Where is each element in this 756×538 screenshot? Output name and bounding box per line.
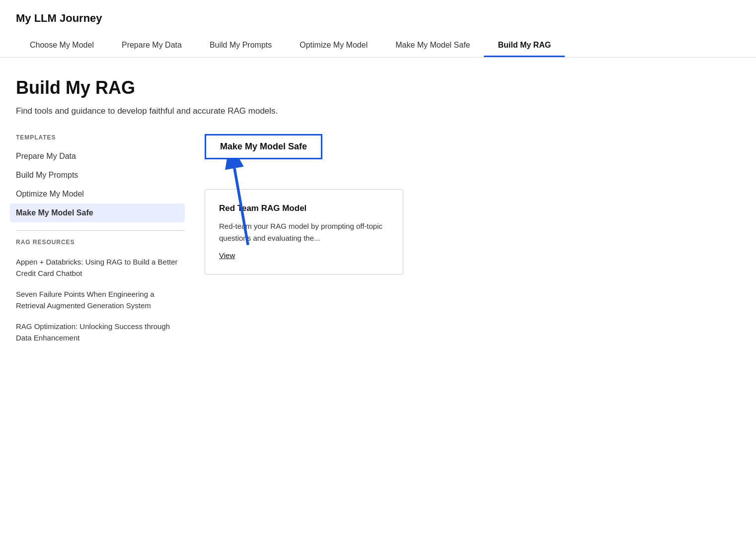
content-layout: TEMPLATES Prepare My DataBuild My Prompt… [16, 134, 740, 348]
card-view-link[interactable]: View [219, 251, 235, 260]
nav-tab-build-my-rag[interactable]: Build My RAG [484, 35, 565, 57]
card-description: Red-team your RAG model by prompting off… [219, 220, 389, 244]
site-title: My LLM Journey [16, 12, 740, 25]
main-content: Build My RAG Find tools and guidance to … [0, 58, 756, 368]
resource-item[interactable]: RAG Optimization: Unlocking Success thro… [16, 316, 185, 348]
nav-tabs: Choose My ModelPrepare My DataBuild My P… [16, 35, 740, 57]
nav-tab-make-my-model-safe[interactable]: Make My Model Safe [381, 35, 484, 57]
page-title: Build My RAG [16, 77, 740, 98]
nav-tab-choose-my-model[interactable]: Choose My Model [16, 35, 108, 57]
red-team-card: Red Team RAG Model Red-team your RAG mod… [205, 189, 403, 274]
sidebar: TEMPLATES Prepare My DataBuild My Prompt… [16, 134, 185, 348]
nav-tab-optimize-my-model[interactable]: Optimize My Model [286, 35, 381, 57]
make-model-safe-button[interactable]: Make My Model Safe [205, 134, 322, 159]
header: My LLM Journey Choose My ModelPrepare My… [0, 0, 756, 58]
page-description: Find tools and guidance to develop faith… [16, 106, 740, 116]
template-items: Prepare My DataBuild My PromptsOptimize … [16, 147, 185, 222]
sidebar-item-prepare-my-data[interactable]: Prepare My Data [16, 147, 185, 166]
sidebar-item-optimize-my-model[interactable]: Optimize My Model [16, 185, 185, 203]
nav-tab-build-my-prompts[interactable]: Build My Prompts [196, 35, 286, 57]
sidebar-item-build-my-prompts[interactable]: Build My Prompts [16, 166, 185, 185]
rag-resources-section-label: RAG RESOURCES [16, 239, 185, 246]
nav-tab-prepare-my-data[interactable]: Prepare My Data [108, 35, 196, 57]
card-title: Red Team RAG Model [219, 203, 389, 213]
templates-section-label: TEMPLATES [16, 134, 185, 141]
resource-item[interactable]: Seven Failure Points When Engineering a … [16, 284, 185, 316]
resource-item[interactable]: Appen + Databricks: Using RAG to Build a… [16, 252, 185, 284]
sidebar-item-make-my-model-safe[interactable]: Make My Model Safe [10, 203, 185, 222]
main-panel: Make My Model Safe Red Team RAG Model Re… [185, 134, 740, 348]
rag-resources-items: Appen + Databricks: Using RAG to Build a… [16, 252, 185, 348]
sidebar-divider [16, 230, 185, 231]
